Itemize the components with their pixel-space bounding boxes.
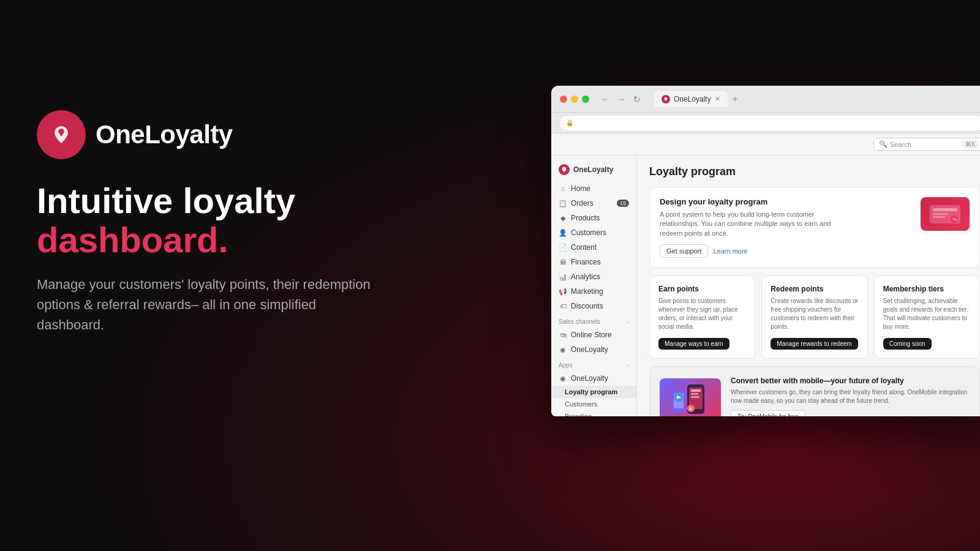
browser-chrome: ← → ↻ OneLoyalty ✕ +	[551, 86, 980, 113]
app-oneloyalty-icon: ◉	[559, 374, 567, 383]
logo-icon	[37, 110, 86, 159]
sidebar-home-label: Home	[571, 184, 590, 193]
admin-topbar: 🔍 Search ⌘K	[551, 133, 980, 156]
main-headline: Intuitive loyalty dashboard.	[37, 181, 380, 260]
hero-card-content: Design your loyalty program A point syst…	[660, 197, 843, 258]
logo-area: OneLoyalty	[37, 110, 380, 159]
sidebar-item-home[interactable]: ⌂ Home	[551, 181, 636, 196]
sales-channels-label: Sales channels	[559, 318, 600, 325]
search-shortcut: ⌘K	[963, 140, 978, 148]
svg-rect-11	[691, 396, 699, 398]
mobile-card-image: A	[660, 378, 721, 416]
admin-body: OneLoyalty ⌂ Home 📋 Orders 15 ◆ Products	[551, 156, 980, 416]
sidebar-branding[interactable]: Branding	[551, 410, 636, 416]
apps-chevron: ›	[627, 362, 629, 369]
browser-window: ← → ↻ OneLoyalty ✕ + 🔒	[551, 86, 980, 416]
sidebar-products-label: Products	[571, 214, 600, 222]
manage-earn-button[interactable]: Manage ways to earn	[658, 338, 729, 350]
sidebar-item-analytics[interactable]: 📊 Analytics	[551, 269, 636, 284]
sales-channels-chevron: ›	[627, 319, 629, 325]
sidebar-item-marketing[interactable]: 📢 Marketing	[551, 284, 636, 299]
minimize-button[interactable]	[571, 96, 578, 103]
sidebar-app-oneloyalty[interactable]: ◉ OneLoyalty	[551, 371, 636, 386]
feature-cards: Earn points Give points to customers whe…	[649, 276, 980, 359]
traffic-lights	[560, 96, 589, 103]
admin-layout: 🔍 Search ⌘K OneLoyalty ⌂	[551, 133, 980, 416]
mobile-card-title: Convert better with mobile—your future o…	[731, 377, 970, 385]
sidebar-app-customers-label: Customers	[565, 400, 597, 408]
sidebar-marketing-label: Marketing	[571, 287, 603, 296]
sidebar-analytics-label: Analytics	[571, 272, 600, 281]
svg-rect-2	[933, 208, 957, 211]
sidebar-online-store-label: Online Store	[571, 331, 612, 339]
refresh-button[interactable]: ↻	[631, 93, 643, 105]
sidebar-item-customers[interactable]: 👤 Customers	[551, 225, 636, 240]
hero-card-image: %	[921, 197, 970, 231]
maximize-button[interactable]	[582, 96, 589, 103]
products-icon: ◆	[559, 214, 567, 222]
oneloyalty-channel-icon: ◉	[559, 345, 567, 354]
address-bar[interactable]: 🔒	[560, 116, 980, 130]
redeem-points-title: Redeem points	[771, 285, 858, 293]
browser-nav: ← → ↻	[599, 93, 643, 105]
logo-text: OneLoyalty	[96, 120, 233, 149]
coming-soon-button[interactable]: Coming soon	[883, 338, 932, 350]
sidebar: OneLoyalty ⌂ Home 📋 Orders 15 ◆ Products	[551, 156, 637, 416]
svg-rect-10	[691, 393, 698, 395]
main-content: Loyalty program Design your loyalty prog…	[637, 156, 980, 416]
svg-text:A: A	[689, 407, 692, 411]
try-onemobile-button[interactable]: Try OneMobile for free	[731, 410, 805, 416]
sidebar-oneloyalty-channel-label: OneLoyalty	[571, 345, 608, 354]
close-button[interactable]	[560, 96, 567, 103]
sales-channels-section: Sales channels ›	[551, 313, 636, 328]
finances-icon: 🏛	[559, 258, 567, 266]
redeem-points-card: Redeem points Create rewards like discou…	[761, 276, 867, 359]
svg-rect-3	[933, 213, 948, 215]
sidebar-item-online-store[interactable]: 🛍 Online Store	[551, 328, 636, 342]
search-placeholder: Search	[890, 141, 960, 148]
learn-more-link[interactable]: Learn more	[713, 247, 747, 255]
active-tab[interactable]: OneLoyalty ✕	[654, 91, 728, 107]
analytics-icon: 📊	[559, 272, 567, 281]
sidebar-item-content[interactable]: 📄 Content	[551, 240, 636, 255]
get-support-button[interactable]: Get support	[660, 244, 708, 258]
hero-card-description: A point system to help you build long-te…	[660, 210, 843, 238]
online-store-icon: 🛍	[559, 331, 567, 339]
subtext: Manage your customers' loyalty points, t…	[37, 274, 380, 335]
search-box[interactable]: 🔍 Search ⌘K	[873, 138, 980, 151]
earn-points-card: Earn points Give points to customers whe…	[649, 276, 755, 359]
customers-icon: 👤	[559, 228, 567, 237]
sidebar-item-discounts[interactable]: 🏷 Discounts	[551, 299, 636, 313]
manage-redeem-button[interactable]: Manage rewards to redeem	[771, 338, 858, 350]
svg-rect-9	[691, 389, 701, 392]
headline-line1: Intuitive loyalty	[37, 181, 295, 220]
address-row: 🔒	[551, 113, 980, 133]
sidebar-item-finances[interactable]: 🏛 Finances	[551, 255, 636, 269]
svg-text:%: %	[952, 217, 957, 222]
forward-button[interactable]: →	[615, 93, 627, 105]
new-tab-button[interactable]: +	[728, 92, 742, 107]
tab-favicon	[662, 95, 670, 103]
sidebar-item-products[interactable]: ◆ Products	[551, 211, 636, 225]
sidebar-content-label: Content	[571, 243, 597, 252]
tab-close-icon[interactable]: ✕	[715, 95, 720, 103]
apps-section: Apps ›	[551, 357, 636, 371]
sidebar-app-customers[interactable]: Customers	[551, 398, 636, 410]
content-icon: 📄	[559, 243, 567, 252]
sidebar-discounts-label: Discounts	[571, 302, 603, 310]
sidebar-branding-label: Branding	[565, 413, 592, 416]
membership-tiers-desc: Set challenging, achievable goals and re…	[883, 297, 971, 331]
hero-card-title: Design your loyalty program	[660, 197, 843, 206]
mobile-promo-card: A Convert better with mobile—your future…	[649, 366, 980, 416]
sidebar-app-oneloyalty-label: OneLoyalty	[571, 374, 608, 383]
earn-points-desc: Give points to customers whenever they s…	[658, 297, 746, 331]
sidebar-item-orders[interactable]: 📋 Orders 15	[551, 196, 636, 211]
sidebar-loyalty-program[interactable]: Loyalty program	[551, 386, 636, 398]
sidebar-orders-label: Orders	[571, 199, 594, 208]
sidebar-item-oneloyalty-channel[interactable]: ◉ OneLoyalty	[551, 342, 636, 357]
redeem-points-desc: Create rewards like discounts or free sh…	[771, 297, 858, 331]
earn-points-title: Earn points	[658, 285, 746, 293]
headline-line2: dashboard.	[37, 220, 228, 260]
back-button[interactable]: ←	[599, 93, 611, 105]
hero-card: Design your loyalty program A point syst…	[649, 187, 980, 268]
